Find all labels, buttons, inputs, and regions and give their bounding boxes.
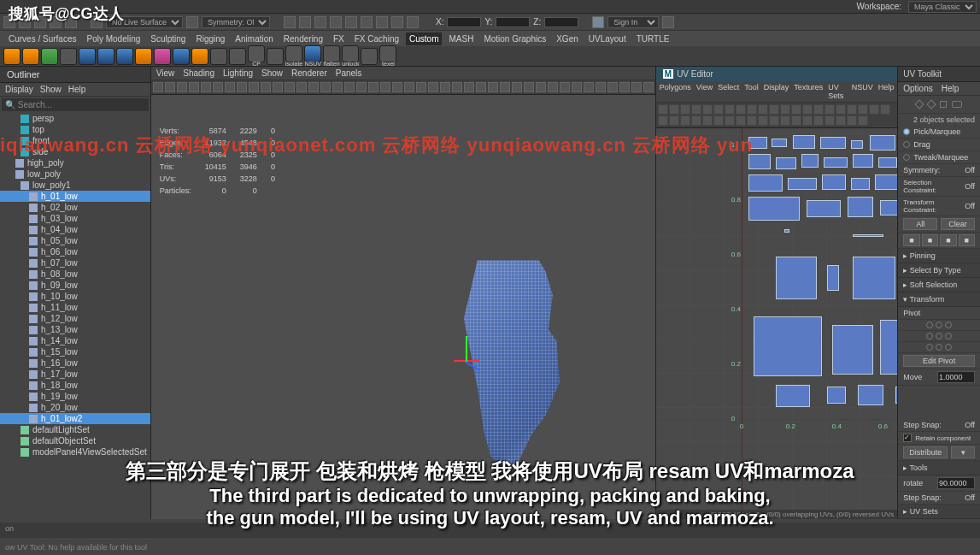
shelf-button[interactable] — [361, 48, 378, 65]
outliner-menu-display[interactable]: Display — [5, 85, 33, 94]
vp-tool-icon[interactable] — [368, 82, 379, 92]
uv-shell[interactable] — [772, 139, 787, 147]
shelf-tab[interactable]: Animation — [232, 32, 276, 45]
vp-tool-icon[interactable] — [464, 82, 474, 92]
uv-tool-icon[interactable] — [791, 104, 801, 115]
toolbar-icon[interactable] — [3, 16, 15, 28]
vp-menu-panels[interactable]: Panels — [336, 68, 362, 78]
uv-menu-item[interactable]: Select — [718, 83, 739, 100]
shelf-tab[interactable]: FX Caching — [351, 32, 402, 45]
outliner-item[interactable]: defaultLightSet — [0, 424, 150, 435]
toolbar-icon[interactable] — [662, 16, 674, 28]
retain-checkbox[interactable] — [903, 434, 912, 442]
shelf-button[interactable] — [191, 48, 208, 65]
outliner-item[interactable]: h_13_low — [0, 324, 150, 335]
uv-tool-icon[interactable] — [836, 104, 846, 115]
shelf-button[interactable] — [154, 48, 171, 65]
btn[interactable]: ■ — [903, 234, 919, 246]
outliner-item[interactable]: persp — [0, 113, 150, 124]
section-pinning[interactable]: Pinning — [898, 249, 980, 263]
symmetry-select[interactable]: Symmetry: Off — [202, 16, 270, 28]
uv-tool-icon[interactable] — [747, 115, 757, 126]
radio-pick[interactable] — [903, 128, 910, 135]
uv-shell[interactable] — [793, 135, 815, 149]
vp-tool-icon[interactable] — [643, 82, 654, 92]
uv-menu-item[interactable]: Textures — [794, 83, 823, 100]
outliner-item[interactable]: h_07_low — [0, 257, 150, 269]
uv-tool-icon[interactable] — [736, 104, 746, 115]
uv-tool-icon[interactable] — [824, 115, 835, 126]
outliner-item[interactable]: side — [0, 146, 150, 157]
uv-tool-icon[interactable] — [713, 115, 724, 126]
vp-tool-icon[interactable] — [524, 82, 534, 92]
uv-shell[interactable] — [827, 265, 839, 291]
outliner-menu-help[interactable]: Help — [68, 85, 86, 94]
toolkit-tab-options[interactable]: Options — [903, 84, 932, 93]
toolbar-icon[interactable] — [186, 16, 198, 28]
uv-tool-icon[interactable] — [725, 115, 735, 126]
shelf-button[interactable] — [323, 45, 340, 62]
uv-shell[interactable] — [748, 154, 771, 169]
select-all-button[interactable]: All — [903, 218, 937, 230]
vp-menu-renderer[interactable]: Renderer — [291, 68, 327, 78]
uv-tool-icon[interactable] — [680, 115, 690, 126]
vp-tool-icon[interactable] — [548, 82, 558, 92]
vp-tool-icon[interactable] — [380, 82, 390, 92]
uv-tool-icon[interactable] — [658, 104, 668, 115]
shelf-button[interactable] — [79, 48, 96, 65]
outliner-item[interactable]: h_19_low — [0, 391, 150, 402]
btn[interactable]: ■ — [959, 234, 975, 246]
outliner-menu-show[interactable]: Show — [40, 85, 62, 94]
uv-tool-icon[interactable] — [769, 104, 779, 115]
shelf-button[interactable] — [173, 48, 190, 65]
uv-tool-icon[interactable] — [813, 104, 824, 115]
uv-tool-icon[interactable] — [758, 104, 768, 115]
shelf-button[interactable] — [210, 48, 227, 65]
outliner-item[interactable]: top — [0, 124, 150, 135]
shelf-tab[interactable]: Poly Modeling — [83, 32, 144, 45]
vp-tool-icon[interactable] — [308, 82, 319, 92]
prim-shape-icon[interactable] — [914, 99, 924, 109]
outliner-item[interactable]: defaultObjectSet — [0, 435, 150, 446]
x-field[interactable] — [447, 17, 481, 27]
btn[interactable]: ■ — [940, 234, 956, 246]
outliner-item[interactable]: h_11_low — [0, 302, 150, 313]
vp-tool-icon[interactable] — [619, 82, 630, 92]
vp-tool-icon[interactable] — [631, 82, 642, 92]
uv-tool-icon[interactable] — [836, 115, 846, 126]
section-tools[interactable]: Tools — [898, 461, 980, 475]
uv-shell[interactable] — [848, 197, 873, 217]
vp-tool-icon[interactable] — [404, 82, 414, 92]
outliner-item[interactable]: h_03_low — [0, 213, 150, 224]
uv-shell[interactable] — [895, 387, 897, 404]
edit-pivot-button[interactable]: Edit Pivot — [903, 355, 975, 367]
shelf-button[interactable] — [41, 48, 58, 65]
vp-tool-icon[interactable] — [249, 82, 259, 92]
toolbar-icon[interactable] — [376, 16, 388, 28]
vp-tool-icon[interactable] — [153, 82, 163, 92]
uv-shell[interactable] — [776, 385, 810, 407]
vp-tool-icon[interactable] — [332, 82, 343, 92]
vp-menu-shading[interactable]: Shading — [183, 68, 214, 78]
vp-tool-icon[interactable] — [416, 82, 426, 92]
outliner-item[interactable]: h_09_low — [0, 280, 150, 291]
outliner-item[interactable]: h_20_low — [0, 402, 150, 413]
vp-menu-view[interactable]: View — [156, 68, 175, 78]
uv-tool-icon[interactable] — [780, 104, 790, 115]
uv-shell[interactable] — [807, 200, 841, 217]
shelf-button[interactable] — [22, 48, 39, 65]
outliner-item[interactable]: h_17_low — [0, 369, 150, 380]
shelf-button[interactable] — [304, 45, 321, 62]
move-input[interactable] — [937, 371, 975, 383]
vp-tool-icon[interactable] — [476, 82, 486, 92]
uv-tool-icon[interactable] — [824, 104, 835, 115]
outliner-item[interactable]: h_04_low — [0, 224, 150, 235]
uv-tool-icon[interactable] — [858, 115, 868, 126]
uv-shell[interactable] — [748, 137, 767, 149]
prim-shape-icon[interactable] — [952, 101, 962, 108]
shelf-tab[interactable]: FX — [330, 32, 348, 45]
outliner-item[interactable]: h_10_low — [0, 291, 150, 302]
uv-shell[interactable] — [754, 316, 822, 376]
y-field[interactable] — [496, 17, 530, 27]
vp-tool-icon[interactable] — [584, 82, 594, 92]
